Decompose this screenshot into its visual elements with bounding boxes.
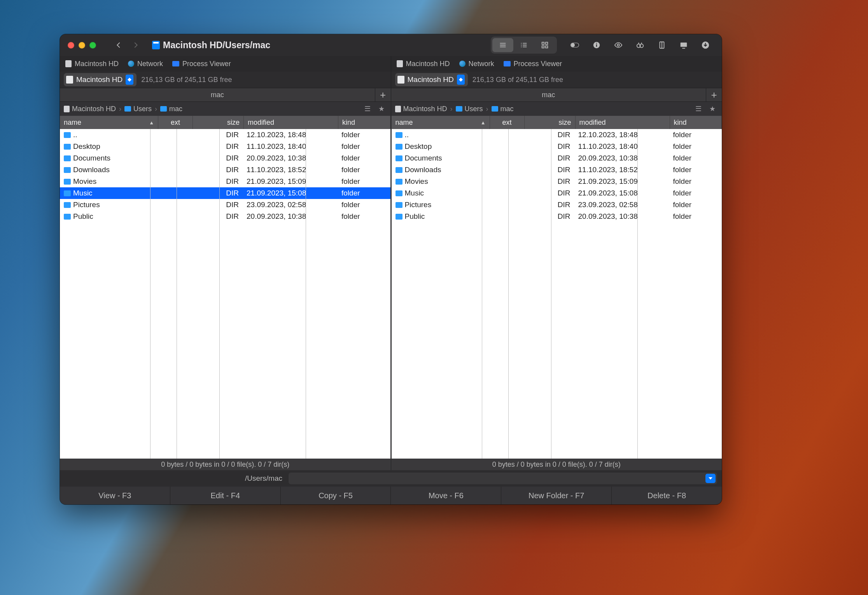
- col-modified[interactable]: modified: [244, 116, 338, 129]
- favorite-star-icon[interactable]: ★: [376, 104, 387, 113]
- file-row[interactable]: DocumentsDIR20.09.2023, 10:38folder: [392, 152, 722, 164]
- add-tab-button[interactable]: +: [375, 88, 391, 102]
- file-modified: 21.09.2023, 15:08: [243, 187, 337, 199]
- file-name: Documents: [405, 154, 442, 162]
- fn-move[interactable]: Move - F6: [391, 487, 501, 504]
- fn-edit[interactable]: Edit - F4: [170, 487, 281, 504]
- file-row[interactable]: MusicDIR21.09.2023, 15:08folder: [60, 187, 390, 199]
- file-row[interactable]: MoviesDIR21.09.2023, 15:09folder: [392, 176, 722, 187]
- folder-icon: [396, 167, 402, 173]
- loc-tab-hd[interactable]: Macintosh HD: [397, 60, 450, 68]
- window-controls: [68, 42, 96, 49]
- file-name: Public: [405, 212, 425, 221]
- file-row[interactable]: ..DIR12.10.2023, 18:48folder: [60, 129, 390, 141]
- col-name[interactable]: name▲: [392, 116, 490, 129]
- info-icon[interactable]: [586, 37, 607, 53]
- file-row[interactable]: PicturesDIR23.09.2023, 02:58folder: [60, 199, 390, 211]
- nav-forward-button[interactable]: [127, 37, 144, 53]
- col-kind[interactable]: kind: [338, 116, 390, 129]
- col-name[interactable]: name▲: [60, 116, 158, 129]
- svg-point-17: [596, 43, 597, 44]
- breadcrumb[interactable]: Macintosh HD › Users › mac: [64, 105, 182, 113]
- add-tab-button[interactable]: +: [706, 88, 722, 102]
- file-row[interactable]: PublicDIR20.09.2023, 10:38folder: [60, 211, 390, 222]
- col-size[interactable]: size: [193, 116, 244, 129]
- file-row[interactable]: PublicDIR20.09.2023, 10:38folder: [392, 211, 722, 222]
- file-row[interactable]: DownloadsDIR11.10.2023, 18:52folder: [60, 164, 390, 176]
- file-row[interactable]: DesktopDIR11.10.2023, 18:40folder: [60, 141, 390, 152]
- file-ext: [490, 187, 524, 199]
- binoculars-icon[interactable]: [629, 37, 651, 53]
- globe-icon: [128, 61, 134, 67]
- folder-icon: [396, 190, 402, 196]
- loc-tab-network[interactable]: Network: [128, 60, 163, 68]
- monitor-icon: [504, 61, 511, 66]
- column-header: name▲ ext size modified kind: [392, 116, 722, 129]
- loc-tab-hd[interactable]: Macintosh HD: [65, 60, 119, 68]
- file-row[interactable]: DocumentsDIR20.09.2023, 10:38folder: [60, 152, 390, 164]
- folder-icon: [64, 132, 71, 138]
- location-tabs: Macintosh HD Network Process Viewer Maci…: [60, 56, 722, 72]
- folder-icon: [396, 144, 402, 150]
- nav-back-button[interactable]: [110, 37, 127, 53]
- breadcrumb-left: Macintosh HD › Users › mac ☰ ★: [60, 102, 391, 116]
- breadcrumb-row: Macintosh HD › Users › mac ☰ ★ Macintosh…: [60, 102, 722, 116]
- col-kind[interactable]: kind: [670, 116, 722, 129]
- list-toggle-icon[interactable]: ☰: [693, 104, 704, 113]
- file-row[interactable]: PicturesDIR23.09.2023, 02:58folder: [392, 199, 722, 211]
- view-columns-button[interactable]: [513, 38, 534, 52]
- col-ext[interactable]: ext: [158, 116, 193, 129]
- panel-tab[interactable]: mac: [60, 88, 375, 102]
- column-header: name▲ ext size modified kind: [60, 116, 390, 129]
- download-icon[interactable]: [695, 37, 716, 53]
- list-toggle-icon[interactable]: ☰: [362, 104, 373, 113]
- file-row[interactable]: ..DIR12.10.2023, 18:48folder: [392, 129, 722, 141]
- loc-tab-network[interactable]: Network: [459, 60, 494, 68]
- folder-icon: [64, 202, 71, 208]
- file-name: Music: [73, 189, 93, 197]
- file-ext: [490, 129, 524, 141]
- file-row[interactable]: DownloadsDIR11.10.2023, 18:52folder: [392, 164, 722, 176]
- file-size: DIR: [524, 187, 574, 199]
- file-list[interactable]: ..DIR12.10.2023, 18:48folderDesktopDIR11…: [60, 129, 390, 459]
- file-size: DIR: [524, 211, 574, 222]
- view-list-button[interactable]: [492, 38, 513, 52]
- file-row[interactable]: MoviesDIR21.09.2023, 15:09folder: [60, 176, 390, 187]
- file-row[interactable]: DesktopDIR11.10.2023, 18:40folder: [392, 141, 722, 152]
- panel-tab[interactable]: mac: [391, 88, 706, 102]
- fn-view[interactable]: View - F3: [60, 487, 170, 504]
- path-input[interactable]: [289, 473, 717, 484]
- col-size[interactable]: size: [525, 116, 576, 129]
- archive-icon[interactable]: [651, 37, 673, 53]
- favorite-star-icon[interactable]: ★: [707, 104, 718, 113]
- folder-icon: [456, 106, 462, 112]
- fn-delete[interactable]: Delete - F8: [612, 487, 722, 504]
- file-name: Documents: [73, 154, 110, 162]
- dropdown-icon[interactable]: [705, 474, 716, 483]
- minimize-window-button[interactable]: [79, 42, 85, 49]
- toggle-switch-icon[interactable]: [564, 37, 586, 53]
- col-modified[interactable]: modified: [576, 116, 670, 129]
- computer-icon[interactable]: [673, 37, 695, 53]
- desktop: Macintosh HD/Users/mac Macintosh: [0, 0, 868, 595]
- preview-eye-icon[interactable]: [607, 37, 629, 53]
- file-kind: folder: [337, 211, 390, 222]
- file-list[interactable]: ..DIR12.10.2023, 18:48folderDesktopDIR11…: [392, 129, 722, 459]
- breadcrumb[interactable]: Macintosh HD › Users › mac: [395, 105, 514, 113]
- close-window-button[interactable]: [68, 42, 74, 49]
- file-ext: [158, 187, 192, 199]
- svg-rect-10: [546, 42, 548, 45]
- col-ext[interactable]: ext: [490, 116, 525, 129]
- view-grid-button[interactable]: [534, 38, 555, 52]
- svg-rect-25: [681, 43, 687, 47]
- volume-selector[interactable]: Macintosh HD: [64, 73, 136, 86]
- fn-newfolder[interactable]: New Folder - F7: [501, 487, 612, 504]
- panel-right: name▲ ext size modified kind ..DIR12.10.…: [392, 116, 722, 459]
- loc-tab-process[interactable]: Process Viewer: [172, 60, 231, 68]
- fullscreen-window-button[interactable]: [89, 42, 96, 49]
- file-kind: folder: [668, 176, 722, 187]
- file-row[interactable]: MusicDIR21.09.2023, 15:08folder: [392, 187, 722, 199]
- fn-copy[interactable]: Copy - F5: [281, 487, 391, 504]
- volume-selector[interactable]: Macintosh HD: [395, 73, 468, 86]
- loc-tab-process[interactable]: Process Viewer: [504, 60, 562, 68]
